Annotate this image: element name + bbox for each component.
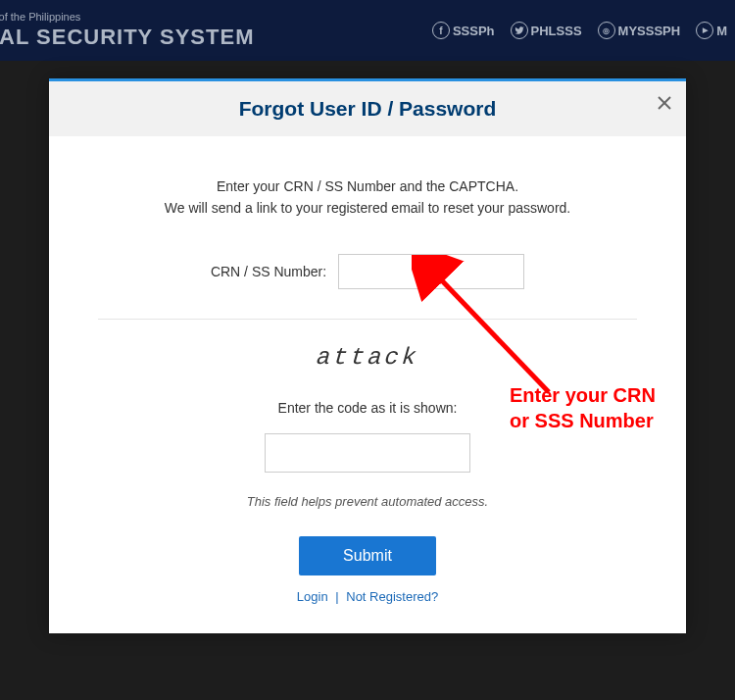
social-label: M: [716, 24, 727, 38]
modal-title: Forgot User ID / Password: [69, 97, 666, 121]
forgot-password-modal: Forgot User ID / Password Enter your CRN…: [49, 78, 686, 633]
social-label: PHLSSS: [531, 24, 582, 38]
crn-field-row: CRN / SS Number:: [98, 254, 637, 289]
close-icon: [657, 95, 672, 111]
instructions: Enter your CRN / SS Number and the CAPTC…: [98, 175, 637, 220]
instructions-line1: Enter your CRN / SS Number and the CAPTC…: [98, 175, 637, 197]
twitter-icon: [511, 22, 528, 39]
crn-input[interactable]: [338, 254, 524, 289]
social-youtube[interactable]: ▶ M: [696, 22, 727, 39]
captcha-label: Enter the code as it is shown:: [98, 400, 637, 416]
submit-button[interactable]: Submit: [299, 536, 436, 575]
social-twitter[interactable]: PHLSSS: [511, 22, 582, 39]
modal-header: Forgot User ID / Password: [49, 81, 686, 136]
divider: [98, 319, 637, 320]
facebook-icon: f: [432, 22, 450, 39]
header-branding: c of the Philippines CIAL SECURITY SYSTE…: [0, 11, 254, 50]
social-facebook[interactable]: f SSSPh: [432, 22, 495, 39]
instagram-icon: ◎: [598, 22, 615, 39]
register-link[interactable]: Not Registered?: [346, 589, 438, 604]
instructions-line2: We will send a link to your registered e…: [98, 197, 637, 219]
link-separator: |: [335, 589, 338, 604]
social-label: MYSSSPH: [618, 24, 681, 38]
footer-links: Login | Not Registered?: [98, 589, 637, 604]
header-title: CIAL SECURITY SYSTEM: [0, 25, 254, 50]
captcha-input[interactable]: [265, 433, 470, 473]
close-button[interactable]: [657, 93, 672, 115]
captcha-image: attack: [316, 344, 420, 371]
site-header: c of the Philippines CIAL SECURITY SYSTE…: [0, 0, 735, 61]
header-subtitle: c of the Philippines: [0, 11, 254, 23]
crn-label: CRN / SS Number:: [211, 264, 326, 279]
social-links: f SSSPh PHLSSS ◎ MYSSSPH ▶ M: [432, 22, 735, 39]
captcha-help-text: This field helps prevent automated acces…: [98, 494, 637, 509]
modal-body: Enter your CRN / SS Number and the CAPTC…: [49, 136, 686, 633]
login-link[interactable]: Login: [297, 589, 328, 604]
social-label: SSSPh: [453, 24, 495, 38]
submit-label: Submit: [343, 547, 392, 564]
social-instagram[interactable]: ◎ MYSSSPH: [598, 22, 681, 39]
youtube-icon: ▶: [696, 22, 713, 39]
